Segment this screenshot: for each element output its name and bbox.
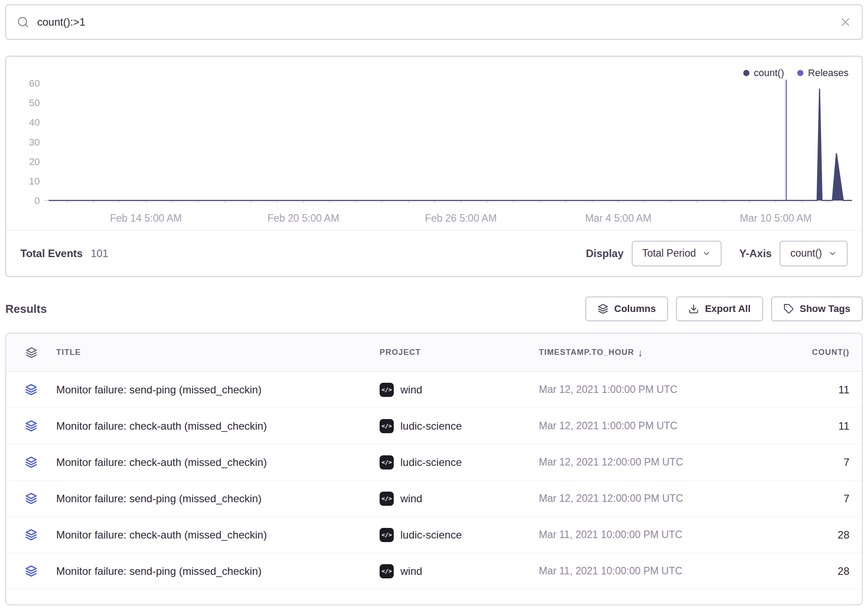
project-platform-icon: </> — [380, 564, 394, 578]
yaxis-label: Y-Axis — [739, 247, 772, 260]
svg-text:30: 30 — [29, 137, 40, 148]
svg-text:40: 40 — [29, 117, 40, 128]
svg-text:0: 0 — [35, 195, 40, 206]
clear-search-icon[interactable] — [840, 16, 851, 28]
legend-dot-releases-icon — [797, 70, 803, 76]
event-timestamp: Mar 12, 2021 12:00:00 PM UTC — [539, 493, 769, 504]
project-name: ludic-science — [400, 420, 462, 432]
export-all-button[interactable]: Export All — [676, 296, 763, 321]
display-select-value: Total Period — [642, 247, 696, 259]
event-count: 28 — [769, 529, 862, 541]
event-timestamp: Mar 11, 2021 10:00:00 PM UTC — [539, 529, 769, 541]
stack-icon[interactable] — [25, 456, 37, 468]
table-row[interactable]: Monitor failure: check-auth (missed_chec… — [6, 517, 862, 553]
show-tags-button[interactable]: Show Tags — [771, 296, 863, 321]
project-cell: </> wind — [380, 492, 539, 506]
event-title[interactable]: Monitor failure: send-ping (missed_check… — [56, 384, 380, 396]
results-header: Results Columns Export All Show Tags — [5, 296, 863, 321]
project-platform-icon: </> — [380, 383, 394, 397]
event-title[interactable]: Monitor failure: check-auth (missed_chec… — [56, 456, 380, 469]
table-body: Monitor failure: send-ping (missed_check… — [6, 372, 862, 589]
header-count[interactable]: COUNT() — [769, 348, 862, 357]
project-name: wind — [400, 493, 422, 505]
sort-desc-icon: ↓ — [638, 346, 643, 359]
stack-icon[interactable] — [25, 565, 37, 577]
stack-icon[interactable] — [25, 384, 37, 396]
event-count: 7 — [769, 493, 862, 505]
event-count: 11 — [769, 420, 862, 432]
results-heading: Results — [5, 302, 47, 316]
svg-text:Feb 20 5:00 AM: Feb 20 5:00 AM — [267, 212, 339, 224]
project-cell: </> wind — [380, 564, 539, 578]
stack-icon[interactable] — [25, 493, 37, 504]
export-all-button-label: Export All — [705, 303, 750, 315]
legend-dot-count-icon — [743, 70, 749, 76]
event-timestamp: Mar 12, 2021 12:00:00 PM UTC — [539, 456, 769, 468]
project-platform-icon: </> — [380, 528, 394, 542]
table-row[interactable]: Monitor failure: send-ping (missed_check… — [6, 481, 862, 517]
project-name: wind — [400, 565, 422, 577]
event-count: 11 — [769, 384, 862, 396]
table-header-row: TITLE PROJECT TIMESTAMP.TO_HOUR ↓ COUNT(… — [6, 334, 862, 372]
events-chart-panel: count() Releases 0102030405060Feb 14 5:0… — [5, 56, 863, 277]
project-platform-icon: </> — [380, 419, 394, 433]
legend-item-count[interactable]: count() — [743, 67, 784, 79]
table-row[interactable]: Monitor failure: send-ping (missed_check… — [6, 372, 862, 408]
legend-label-releases: Releases — [808, 67, 849, 79]
display-label: Display — [586, 247, 623, 260]
chevron-down-icon — [828, 249, 837, 258]
svg-text:10: 10 — [29, 176, 40, 187]
event-title[interactable]: Monitor failure: send-ping (missed_check… — [56, 493, 380, 505]
columns-button[interactable]: Columns — [585, 296, 668, 321]
search-icon — [17, 16, 29, 28]
table-row[interactable]: Monitor failure: send-ping (missed_check… — [6, 553, 862, 589]
svg-text:Mar 10 5:00 AM: Mar 10 5:00 AM — [740, 212, 811, 224]
search-bar — [5, 4, 863, 40]
stack-icon[interactable] — [25, 420, 37, 432]
yaxis-select[interactable]: count() — [780, 241, 848, 266]
total-events-label: Total Events — [20, 247, 83, 260]
event-title[interactable]: Monitor failure: send-ping (missed_check… — [56, 565, 380, 577]
header-title[interactable]: TITLE — [56, 348, 380, 357]
yaxis-select-value: count() — [790, 247, 822, 259]
svg-text:60: 60 — [29, 78, 40, 89]
table-row[interactable]: Monitor failure: check-auth (missed_chec… — [6, 408, 862, 444]
project-cell: </> ludic-science — [380, 528, 539, 542]
columns-button-label: Columns — [614, 303, 656, 315]
event-title[interactable]: Monitor failure: check-auth (missed_chec… — [56, 529, 380, 541]
project-name: ludic-science — [400, 529, 462, 541]
event-timestamp: Mar 12, 2021 1:00:00 PM UTC — [539, 420, 769, 432]
events-over-time-chart[interactable]: 0102030405060Feb 14 5:00 AMFeb 20 5:00 A… — [6, 57, 862, 230]
download-icon — [688, 304, 699, 314]
chart-legend: count() Releases — [743, 67, 849, 79]
display-select[interactable]: Total Period — [632, 241, 722, 266]
layers-icon — [598, 304, 608, 314]
event-timestamp: Mar 12, 2021 1:00:00 PM UTC — [539, 384, 769, 396]
table-footer — [6, 589, 862, 604]
svg-text:50: 50 — [29, 97, 40, 108]
legend-label-count: count() — [754, 67, 784, 79]
project-cell: </> wind — [380, 383, 539, 397]
event-timestamp: Mar 11, 2021 10:00:00 PM UTC — [539, 565, 769, 577]
event-count: 28 — [769, 565, 862, 577]
header-project[interactable]: PROJECT — [380, 348, 539, 357]
search-input[interactable] — [37, 16, 832, 28]
project-cell: </> ludic-science — [380, 455, 539, 469]
project-name: ludic-science — [400, 456, 462, 469]
results-table: TITLE PROJECT TIMESTAMP.TO_HOUR ↓ COUNT(… — [5, 333, 863, 605]
stack-icon[interactable] — [25, 529, 37, 541]
header-stack-column[interactable] — [6, 347, 56, 358]
svg-text:Feb 14 5:00 AM: Feb 14 5:00 AM — [110, 212, 182, 224]
project-name: wind — [400, 384, 422, 396]
svg-text:Mar 4 5:00 AM: Mar 4 5:00 AM — [585, 212, 652, 224]
project-platform-icon: </> — [380, 455, 394, 469]
event-title[interactable]: Monitor failure: check-auth (missed_chec… — [56, 420, 380, 432]
legend-item-releases[interactable]: Releases — [797, 67, 849, 79]
table-row[interactable]: Monitor failure: check-auth (missed_chec… — [6, 444, 862, 481]
project-cell: </> ludic-science — [380, 419, 539, 433]
header-timestamp[interactable]: TIMESTAMP.TO_HOUR ↓ — [539, 346, 769, 359]
chevron-down-icon — [702, 249, 711, 258]
discover-page: count() Releases 0102030405060Feb 14 5:0… — [0, 0, 868, 608]
svg-text:Feb 26 5:00 AM: Feb 26 5:00 AM — [425, 212, 496, 224]
tag-icon — [784, 304, 794, 314]
